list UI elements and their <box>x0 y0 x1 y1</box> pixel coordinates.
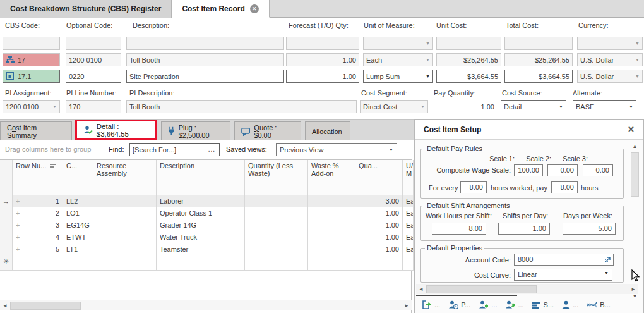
hours-paid-field[interactable]: 8.00 <box>551 181 578 193</box>
col-code[interactable]: C... <box>63 160 93 195</box>
cost-curve-dropdown[interactable]: Linear ▼ <box>514 269 612 281</box>
cost-source-dropdown[interactable]: Detail▼ <box>501 100 566 113</box>
scroll-left-icon[interactable]: ◄ <box>0 303 10 309</box>
expand-icon[interactable]: + <box>16 245 20 253</box>
close-panel-icon[interactable]: ✕ <box>628 125 635 134</box>
unit-cost-current[interactable]: $3,664.55 <box>436 70 501 83</box>
expand-icon[interactable]: + <box>16 233 20 241</box>
um-cell[interactable]: Each <box>403 219 414 231</box>
scrollbar-thumb[interactable] <box>426 285 537 293</box>
waste-addon-cell[interactable] <box>308 219 355 231</box>
group-by-hint[interactable]: Drag columns here to group <box>5 145 91 153</box>
qty-less-waste-cell[interactable] <box>245 219 308 231</box>
bottom-tab-p[interactable]: P... <box>448 300 470 309</box>
shifts-per-day-field[interactable]: 1.00 <box>498 223 550 235</box>
alternate-dropdown[interactable]: BASE▼ <box>573 100 636 113</box>
bottom-tab-b[interactable]: B... <box>587 301 611 309</box>
expand-icon[interactable]: + <box>16 209 20 217</box>
tab-cost-item-summary[interactable]: Cost Item Summary <box>0 121 72 140</box>
setup-horizontal-scrollbar[interactable]: ◄ ► <box>416 284 638 294</box>
col-waste-addon[interactable]: Waste % Add-on <box>308 160 355 195</box>
table-row[interactable]: +3 EG14G Grader 14G 1.00 Each <box>0 219 412 231</box>
resource-assembly-cell[interactable] <box>93 219 157 231</box>
forecast-qty-current[interactable]: 1.00 <box>286 70 359 83</box>
col-um[interactable]: U/M <box>403 160 414 195</box>
tab-allocation[interactable]: Allocation <box>305 121 350 140</box>
scale2-field[interactable]: 0.00 <box>547 164 578 176</box>
description-cell[interactable]: Operator Class 1 <box>157 207 245 219</box>
uom-current-dropdown[interactable]: Lump Sum▼ <box>363 70 433 83</box>
quantity-cell[interactable]: 1.00 <box>355 243 403 255</box>
waste-addon-cell[interactable] <box>308 243 355 255</box>
tab-plug[interactable]: Plug : $2,500.00 <box>161 121 230 140</box>
bottom-tab-employ[interactable]: ... <box>505 300 523 309</box>
quantity-cell[interactable]: 1.00 <box>355 219 403 231</box>
col-description[interactable]: Description <box>157 160 245 195</box>
qty-less-waste-cell[interactable] <box>245 243 308 255</box>
table-row[interactable]: → +1 LL2 Laborer 3.00 Each <box>0 195 412 207</box>
resource-code-cell[interactable]: LO1 <box>63 207 93 219</box>
description-cell[interactable]: Teamster <box>157 243 245 255</box>
optional-code-current[interactable]: 0220 <box>66 70 121 83</box>
um-cell[interactable]: Each <box>403 195 414 207</box>
waste-addon-cell[interactable] <box>308 231 355 243</box>
resource-code-cell[interactable]: ETWT <box>63 231 93 243</box>
new-row[interactable]: ✳ <box>0 255 412 271</box>
description-current[interactable]: Site Preparation <box>126 70 284 83</box>
description-cell[interactable]: Water Truck <box>157 231 245 243</box>
scroll-right-icon[interactable]: ► <box>402 303 412 309</box>
description-cell[interactable]: Laborer <box>157 195 245 207</box>
um-cell[interactable]: Each <box>403 243 414 255</box>
hours-worked-field[interactable]: 8.00 <box>460 181 487 193</box>
qty-less-waste-cell[interactable] <box>245 231 308 243</box>
expand-icon[interactable]: + <box>16 197 20 205</box>
tab-cbs-register[interactable]: Cost Breakdown Structure (CBS) Register <box>0 0 172 18</box>
description-cell[interactable]: Grader 14G <box>157 219 245 231</box>
qty-less-waste-cell[interactable] <box>245 195 308 207</box>
tab-detail[interactable]: Detail : $3,664.55 <box>75 120 157 140</box>
col-resource-assembly[interactable]: Resource Assembly <box>93 160 157 195</box>
col-quantity[interactable]: Qua... <box>355 160 403 195</box>
resource-assembly-cell[interactable] <box>93 195 157 207</box>
close-tab-icon[interactable]: ✕ <box>250 4 259 13</box>
resource-assembly-cell[interactable] <box>93 207 157 219</box>
days-per-week-field[interactable]: 5.00 <box>563 223 616 235</box>
resource-code-cell[interactable]: LT1 <box>63 243 93 255</box>
scale3-field[interactable]: 0.00 <box>583 164 613 176</box>
table-row[interactable]: +5 LT1 Teamster 1.00 Each <box>0 243 412 255</box>
cbs-code-current[interactable]: 17.1 <box>3 70 60 83</box>
find-input[interactable]: [Search For...] ... <box>129 143 220 156</box>
quantity-cell[interactable]: 3.00 <box>355 195 403 207</box>
scrollbar-thumb[interactable] <box>10 302 81 310</box>
scroll-right-icon[interactable]: ► <box>628 286 638 292</box>
table-row[interactable]: +4 ETWT Water Truck 1.00 Each <box>0 231 412 243</box>
resource-code-cell[interactable]: EG14G <box>63 219 93 231</box>
quantity-cell[interactable]: 1.00 <box>355 207 403 219</box>
quantity-cell[interactable]: 1.00 <box>355 231 403 243</box>
find-more-button[interactable]: ... <box>207 146 217 153</box>
tab-quote[interactable]: Quote : $0.00 <box>234 121 301 140</box>
waste-addon-cell[interactable] <box>308 195 355 207</box>
bottom-tab-s[interactable]: S... <box>532 301 554 309</box>
work-hours-per-shift-field[interactable]: 8.00 <box>432 223 486 235</box>
bottom-tab-export[interactable]: ... <box>422 300 440 309</box>
account-code-picker-icon[interactable] <box>604 256 611 263</box>
scale1-field[interactable]: 100.00 <box>514 164 543 176</box>
waste-addon-cell[interactable] <box>308 207 355 219</box>
expand-icon[interactable]: + <box>16 221 20 229</box>
resource-assembly-cell[interactable] <box>93 243 157 255</box>
col-quantity-less-waste[interactable]: Quantity (Less Waste) <box>245 160 308 195</box>
saved-views-dropdown[interactable]: Previous View ▼ <box>276 143 397 156</box>
account-code-field[interactable]: 8000 <box>514 254 614 266</box>
total-cost-current[interactable]: $3,664.55 <box>504 70 573 83</box>
bottom-tab-person[interactable]: ... <box>562 300 578 309</box>
tab-cost-item-record[interactable]: Cost Item Record ✕ <box>172 0 269 18</box>
col-row-number[interactable]: Row Nu... <box>13 160 63 195</box>
resource-assembly-cell[interactable] <box>93 231 157 243</box>
resource-code-cell[interactable]: LL2 <box>63 195 93 207</box>
grid-horizontal-scrollbar[interactable]: ◄ ► <box>0 300 412 310</box>
um-cell[interactable]: Each <box>403 231 414 243</box>
qty-less-waste-cell[interactable] <box>245 207 308 219</box>
scrollbar-thumb[interactable] <box>631 152 639 197</box>
scroll-up-icon[interactable]: ▲ <box>630 144 640 149</box>
